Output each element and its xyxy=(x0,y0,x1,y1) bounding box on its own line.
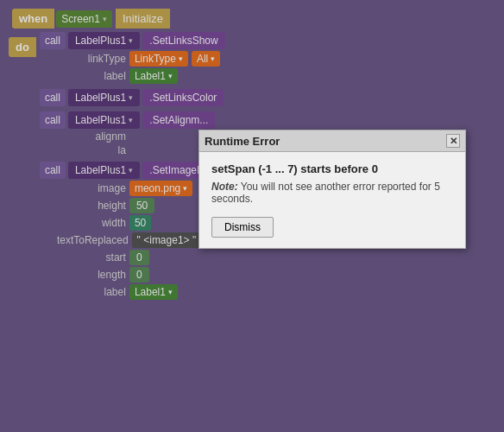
dialog-note-text: You will not see another error reported … xyxy=(211,181,440,205)
dialog-body: setSpan (-1 ... 7) starts before 0 Note:… xyxy=(199,152,465,248)
dialog-close-button[interactable]: ✕ xyxy=(446,134,460,148)
dialog-error-message: setSpan (-1 ... 7) starts before 0 xyxy=(211,162,453,175)
runtime-error-dialog: Runtime Error ✕ setSpan (-1 ... 7) start… xyxy=(198,130,466,249)
dialog-title: Runtime Error xyxy=(205,135,280,148)
dialog-note: Note: You will not see another error rep… xyxy=(211,181,453,205)
dialog-titlebar: Runtime Error ✕ xyxy=(199,130,465,152)
dialog-note-prefix: Note: xyxy=(211,181,238,193)
dismiss-button[interactable]: Dismiss xyxy=(211,217,274,238)
dialog-overlay: Runtime Error ✕ setSpan (-1 ... 7) start… xyxy=(0,0,504,432)
